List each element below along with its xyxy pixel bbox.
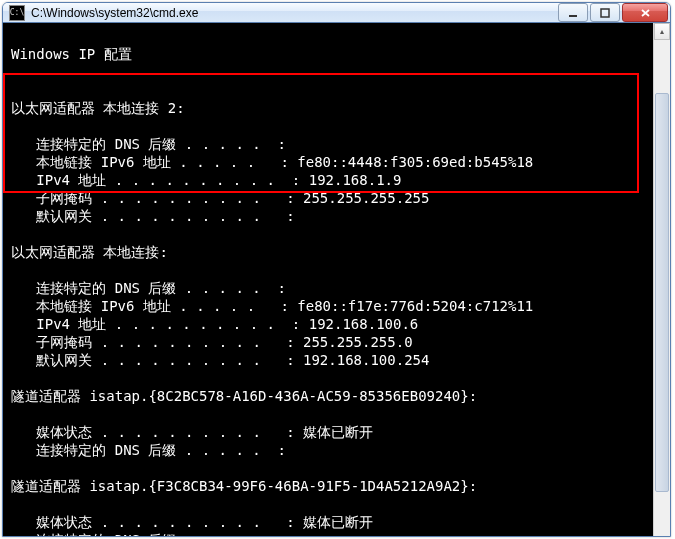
highlight-rectangle [3, 73, 639, 193]
titlebar[interactable]: C:\ C:\Windows\system32\cmd.exe [3, 3, 670, 23]
svg-rect-1 [601, 9, 609, 17]
console-area: Windows IP 配置 以太网适配器 本地连接 2: 连接特定的 DNS 后… [3, 23, 670, 537]
command-prompt-window: C:\ C:\Windows\system32\cmd.exe Windows … [2, 2, 671, 537]
maximize-button[interactable] [590, 3, 620, 22]
vertical-scrollbar[interactable]: ▴ ▾ [653, 23, 670, 537]
window-controls [556, 3, 668, 22]
scroll-up-button[interactable]: ▴ [654, 23, 670, 40]
svg-rect-0 [569, 15, 577, 17]
console-output[interactable]: Windows IP 配置 以太网适配器 本地连接 2: 连接特定的 DNS 后… [3, 23, 670, 537]
app-icon: C:\ [9, 5, 25, 21]
minimize-button[interactable] [558, 3, 588, 22]
close-button[interactable] [622, 3, 668, 22]
scroll-track[interactable] [654, 40, 670, 537]
scroll-thumb[interactable] [655, 93, 669, 492]
window-title: C:\Windows\system32\cmd.exe [31, 6, 556, 20]
